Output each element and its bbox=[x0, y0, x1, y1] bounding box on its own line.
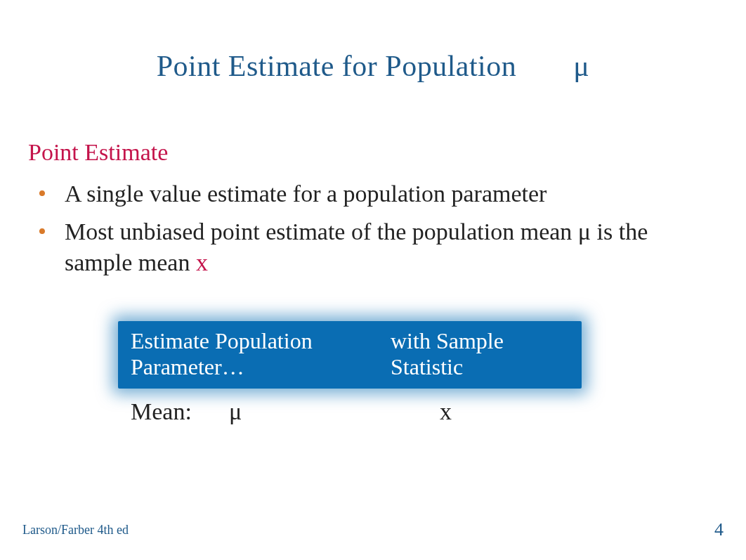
bullet-list: A single value estimate for a population… bbox=[28, 178, 718, 279]
estimate-table: Estimate Population Parameter… with Samp… bbox=[118, 321, 582, 425]
title-mu: μ bbox=[573, 50, 589, 82]
bullet-text: A single value estimate for a population… bbox=[65, 181, 547, 207]
bullet-text: Most unbiased point estimate of the popu… bbox=[65, 219, 648, 275]
bullet-item: Most unbiased point estimate of the popu… bbox=[28, 216, 718, 278]
row-xbar: x bbox=[391, 398, 569, 425]
table-header-row: Estimate Population Parameter… with Samp… bbox=[118, 321, 582, 389]
row-label: Mean: bbox=[131, 398, 229, 425]
x-bar-symbol: x bbox=[196, 249, 208, 275]
table-header-col1: Estimate Population Parameter… bbox=[131, 328, 391, 380]
slide: Point Estimate for Population μ Point Es… bbox=[0, 0, 746, 560]
title-main: Point Estimate for Population bbox=[157, 50, 517, 82]
page-number: 4 bbox=[714, 519, 724, 540]
bullet-item: A single value estimate for a population… bbox=[28, 178, 718, 209]
row-mu: μ bbox=[229, 398, 391, 425]
section-heading: Point Estimate bbox=[28, 139, 718, 166]
slide-title: Point Estimate for Population μ bbox=[28, 49, 718, 83]
table-header-col2: with Sample Statistic bbox=[391, 328, 569, 380]
table-row: Mean: μ x bbox=[118, 389, 582, 425]
footer-source: Larson/Farber 4th ed bbox=[22, 523, 129, 538]
